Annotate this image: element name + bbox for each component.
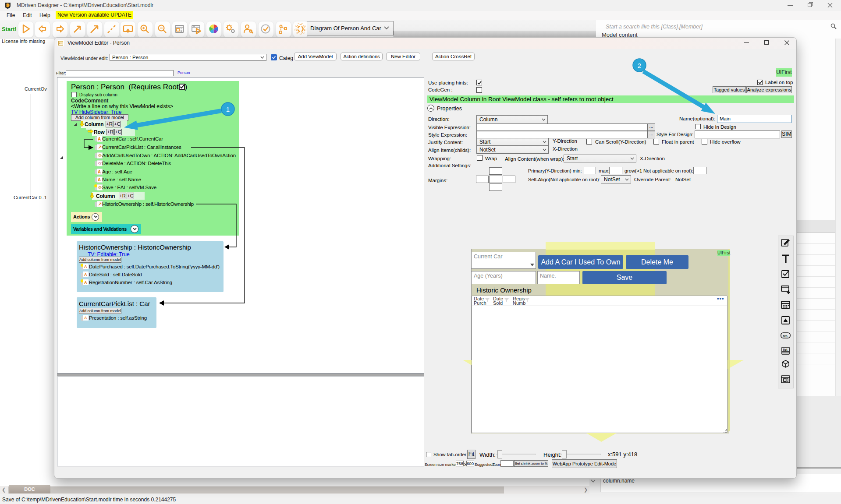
svg-text:list: list: [783, 348, 788, 351]
svg-text:2: 2: [638, 62, 641, 69]
svg-text:1: 1: [226, 106, 230, 113]
svg-text:btn: btn: [783, 335, 788, 338]
